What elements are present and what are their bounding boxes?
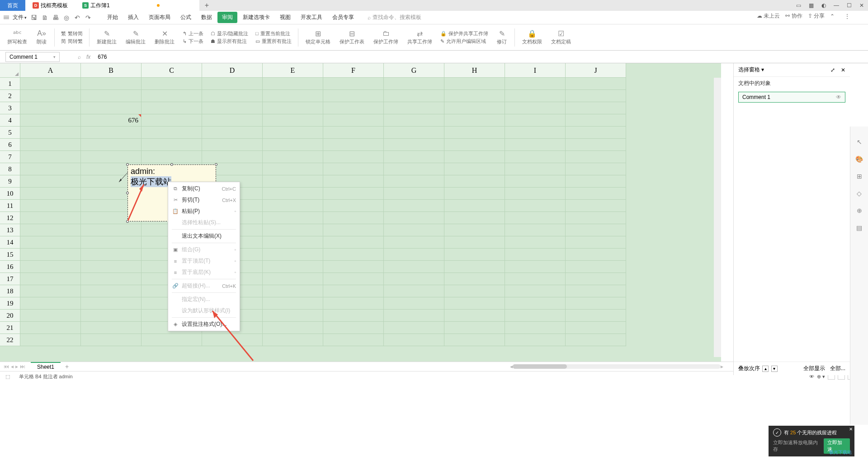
- cell[interactable]: [20, 151, 81, 163]
- cell[interactable]: [566, 78, 626, 90]
- cell[interactable]: [505, 334, 566, 346]
- cell[interactable]: [202, 151, 263, 163]
- status-mode-icon[interactable]: ⬚: [5, 374, 10, 380]
- cell[interactable]: [444, 273, 505, 285]
- menu-review[interactable]: 审阅: [217, 12, 237, 23]
- cell[interactable]: [323, 261, 384, 273]
- row-header[interactable]: 21: [0, 322, 20, 334]
- protect-book-button[interactable]: 🗀保护工作簿: [370, 29, 402, 45]
- cell[interactable]: [142, 334, 202, 346]
- cell[interactable]: [81, 285, 142, 297]
- cell[interactable]: [20, 114, 81, 127]
- menu-formula[interactable]: 公式: [176, 12, 196, 23]
- cell[interactable]: [566, 188, 626, 200]
- col-header[interactable]: J: [566, 63, 626, 78]
- row-header[interactable]: 10: [0, 188, 20, 200]
- cell[interactable]: [444, 310, 505, 322]
- sheet-add-button[interactable]: +: [61, 363, 73, 370]
- doc-permission-button[interactable]: 🔒文档权限: [519, 29, 546, 45]
- tab-home[interactable]: 首页: [0, 0, 25, 11]
- cell[interactable]: [263, 139, 323, 151]
- tab-add-button[interactable]: +: [199, 1, 214, 9]
- cell[interactable]: [384, 102, 444, 114]
- menu-search[interactable]: ⌕ 查找命令、搜索模板: [368, 14, 421, 21]
- cell[interactable]: [81, 78, 142, 90]
- resize-handle[interactable]: [215, 163, 217, 166]
- cell[interactable]: [384, 139, 444, 151]
- cell[interactable]: [384, 175, 444, 188]
- show-hide-comment-button[interactable]: ☖显示/隐藏批注: [211, 30, 248, 37]
- cell[interactable]: [566, 310, 626, 322]
- edit-comment-button[interactable]: ✎编辑批注: [122, 29, 149, 45]
- cell[interactable]: [566, 236, 626, 249]
- menu-view[interactable]: 视图: [275, 12, 295, 23]
- cell[interactable]: [505, 212, 566, 224]
- cloud-status[interactable]: ☁ 未上云: [757, 12, 780, 20]
- cell[interactable]: [142, 90, 202, 102]
- grid-area[interactable]: A B C D E F G H I J 12345678910111213141…: [0, 63, 721, 362]
- cell[interactable]: [20, 273, 81, 285]
- save-as-icon[interactable]: 🗎: [41, 14, 48, 21]
- hamburger-icon[interactable]: [4, 16, 9, 19]
- menu-newtab[interactable]: 新建选项卡: [238, 12, 274, 23]
- tab-templates[interactable]: D 找框亮模板: [25, 0, 75, 11]
- cell[interactable]: [263, 188, 323, 200]
- cell[interactable]: [505, 127, 566, 139]
- cell[interactable]: [20, 78, 81, 90]
- close-button[interactable]: ✕: [855, 0, 868, 11]
- cell[interactable]: [505, 102, 566, 114]
- cell[interactable]: [20, 322, 81, 334]
- cell[interactable]: [81, 102, 142, 114]
- redo-icon[interactable]: ↷: [85, 14, 92, 21]
- cell[interactable]: [566, 127, 626, 139]
- cell[interactable]: [323, 200, 384, 212]
- cell[interactable]: [323, 224, 384, 236]
- menu-layout[interactable]: 页面布局: [144, 12, 175, 23]
- cell[interactable]: [81, 297, 142, 310]
- cell[interactable]: [505, 114, 566, 127]
- cell[interactable]: [444, 163, 505, 175]
- cell[interactable]: [81, 151, 142, 163]
- cell[interactable]: [20, 163, 81, 175]
- cell[interactable]: [505, 78, 566, 90]
- cell[interactable]: [505, 236, 566, 249]
- sheet-nav-prev[interactable]: ◂: [11, 363, 14, 370]
- col-header[interactable]: E: [263, 63, 323, 78]
- allow-edit-button[interactable]: ✎允许用户编辑区域: [440, 38, 488, 45]
- cell[interactable]: [384, 163, 444, 175]
- cell[interactable]: [384, 334, 444, 346]
- prev-comment-button[interactable]: ↰上一条: [183, 30, 203, 37]
- cell[interactable]: [384, 297, 444, 310]
- cell[interactable]: [263, 200, 323, 212]
- cell[interactable]: [566, 334, 626, 346]
- row-header[interactable]: 15: [0, 249, 20, 261]
- preview-icon[interactable]: ◎: [63, 14, 70, 21]
- cell[interactable]: [444, 139, 505, 151]
- cell[interactable]: [263, 78, 323, 90]
- cell[interactable]: [323, 310, 384, 322]
- more-icon[interactable]: ⋮: [844, 13, 850, 19]
- cell[interactable]: [444, 200, 505, 212]
- cell[interactable]: [384, 188, 444, 200]
- cell[interactable]: [323, 102, 384, 114]
- cell[interactable]: [20, 310, 81, 322]
- ctx-paste[interactable]: 📋粘贴(P)▫: [168, 206, 240, 217]
- name-box[interactable]: Comment 1▾: [5, 52, 60, 62]
- cell[interactable]: [323, 249, 384, 261]
- cell[interactable]: [444, 78, 505, 90]
- cell[interactable]: [323, 285, 384, 297]
- cell[interactable]: [566, 322, 626, 334]
- formula-input[interactable]: 676: [98, 54, 107, 60]
- row-header[interactable]: 5: [0, 127, 20, 139]
- tab-workbook[interactable]: S 工作簿1: [75, 0, 199, 11]
- cell[interactable]: [263, 224, 323, 236]
- cell[interactable]: [323, 273, 384, 285]
- doc-verify-button[interactable]: ☑文档定稿: [547, 29, 575, 45]
- cell[interactable]: [566, 297, 626, 310]
- cell[interactable]: [444, 212, 505, 224]
- cell[interactable]: [142, 139, 202, 151]
- cell[interactable]: [202, 90, 263, 102]
- chevron-up-icon[interactable]: ⌃: [830, 13, 835, 19]
- cell[interactable]: [323, 78, 384, 90]
- row-header[interactable]: 16: [0, 261, 20, 273]
